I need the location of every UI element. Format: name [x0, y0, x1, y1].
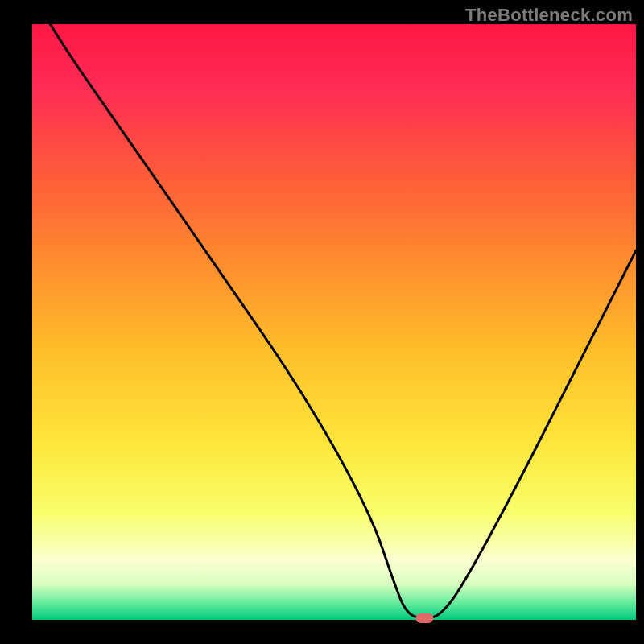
chart-frame: TheBottleneck.com — [0, 0, 644, 644]
plot-background — [32, 24, 636, 620]
bottleneck-chart — [0, 0, 644, 644]
watermark-label: TheBottleneck.com — [465, 5, 633, 26]
optimal-marker — [416, 613, 434, 623]
